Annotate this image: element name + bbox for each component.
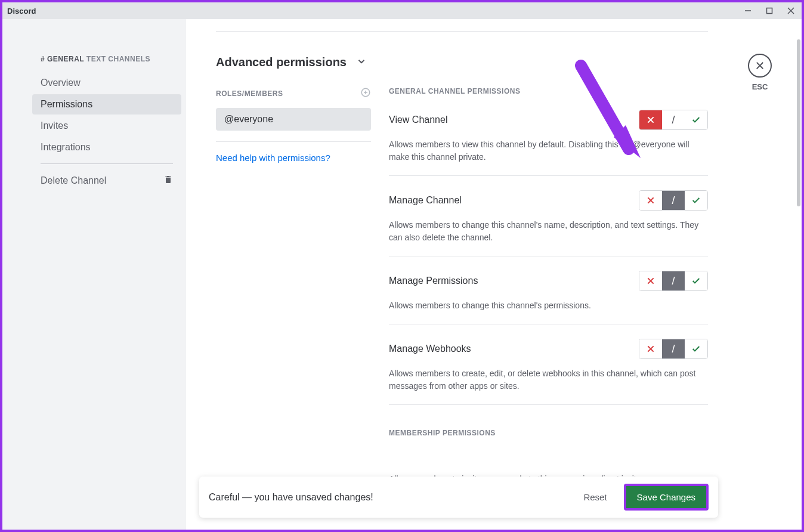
chevron-down-icon [356,56,367,69]
perm-deny-button[interactable] [639,339,662,358]
unsaved-changes-bar: Careful — you have unsaved changes! Rese… [199,477,718,518]
close-panel: ESC [748,54,772,91]
perms-section-header: MEMBERSHIP PERMISSIONS [389,429,708,437]
perm-description: Allows members to change this channel's … [389,299,708,312]
sidebar-item-integrations[interactable]: Integrations [32,137,181,157]
content-area: Advanced permissions ROLES/MEMBERS @ever… [186,19,802,530]
perm-manage-webhooks: Manage Webhooks / Allow [389,339,708,405]
help-link[interactable]: Need help with permissions? [216,153,371,163]
perm-description: Allows members to create, edit, or delet… [389,367,708,392]
channel-name: GENERAL [47,55,84,63]
content-top-divider [216,31,708,32]
close-settings-button[interactable] [748,54,772,78]
perm-neutral-button[interactable]: / [662,339,685,358]
roles-column: ROLES/MEMBERS @everyone Need help with p… [216,87,371,485]
titlebar: Discord [2,2,802,19]
window-controls [742,5,797,17]
save-changes-button[interactable]: Save Changes [624,484,709,511]
close-window-button[interactable] [785,5,797,17]
section-title: Advanced permissions [216,55,347,69]
window-title: Discord [7,7,36,16]
perm-allow-button[interactable] [685,271,707,290]
sidebar-header: # GENERAL TEXT CHANNELS [32,55,181,63]
perm-allow-button[interactable] [685,191,707,210]
role-divider [216,141,371,142]
perm-name: Manage Webhooks [389,344,471,354]
perm-manage-channel: Manage Channel / Allows [389,190,708,256]
add-role-button[interactable] [360,87,371,100]
sidebar-divider [41,163,173,164]
roles-header: ROLES/MEMBERS [216,87,371,100]
perm-toggle: / [639,339,708,359]
role-name: @everyone [224,114,273,124]
sidebar-item-permissions[interactable]: Permissions [32,94,181,115]
perm-name: Manage Channel [389,195,462,206]
perm-neutral-button[interactable]: / [662,271,685,290]
sidebar-item-label: Invites [41,120,68,131]
save-bar-message: Careful — you have unsaved changes! [209,492,373,503]
perm-description: Allows members to view this channel by d… [389,138,708,163]
maximize-button[interactable] [763,5,775,17]
perm-manage-permissions: Manage Permissions / Al [389,271,708,324]
perm-name: Manage Permissions [389,276,478,286]
section-header[interactable]: Advanced permissions [216,55,708,69]
sidebar-item-invites[interactable]: Invites [32,116,181,136]
sidebar: # GENERAL TEXT CHANNELS Overview Permiss… [2,19,186,530]
roles-header-label: ROLES/MEMBERS [216,89,283,98]
sidebar-item-label: Integrations [41,142,91,152]
perm-deny-button[interactable] [639,191,662,210]
perm-name: View Channel [389,115,447,125]
perm-description: Allows members to change this channel's … [389,219,708,244]
close-label: ESC [748,82,772,91]
minimize-button[interactable] [742,5,754,17]
perm-toggle: / [639,271,708,291]
sidebar-item-label: Delete Channel [41,175,106,186]
perm-toggle: / [639,110,708,130]
perms-section-header: GENERAL CHANNEL PERMISSIONS [389,87,708,95]
hash-icon: # [41,55,45,63]
perm-allow-button[interactable] [685,110,707,129]
perm-allow-button[interactable] [685,339,707,358]
sidebar-item-delete-channel[interactable]: Delete Channel [32,170,181,191]
sidebar-item-label: Overview [41,78,81,88]
perm-deny-button[interactable] [639,110,662,129]
sidebar-item-label: Permissions [41,99,92,109]
role-item-everyone[interactable]: @everyone [216,108,371,131]
scrollbar[interactable] [797,36,802,530]
trash-icon [163,175,173,187]
perm-neutral-button[interactable]: / [662,110,685,129]
sidebar-item-overview[interactable]: Overview [32,73,181,93]
permissions-column: GENERAL CHANNEL PERMISSIONS View Channel… [389,87,708,485]
perm-deny-button[interactable] [639,271,662,290]
perm-neutral-button[interactable]: / [662,191,685,210]
perm-toggle: / [639,190,708,211]
channel-category: TEXT CHANNELS [86,55,150,63]
perm-view-channel: View Channel / Allows m [389,110,708,176]
scrollbar-thumb[interactable] [797,39,800,206]
reset-button[interactable]: Reset [576,487,614,507]
svg-rect-1 [767,8,772,14]
